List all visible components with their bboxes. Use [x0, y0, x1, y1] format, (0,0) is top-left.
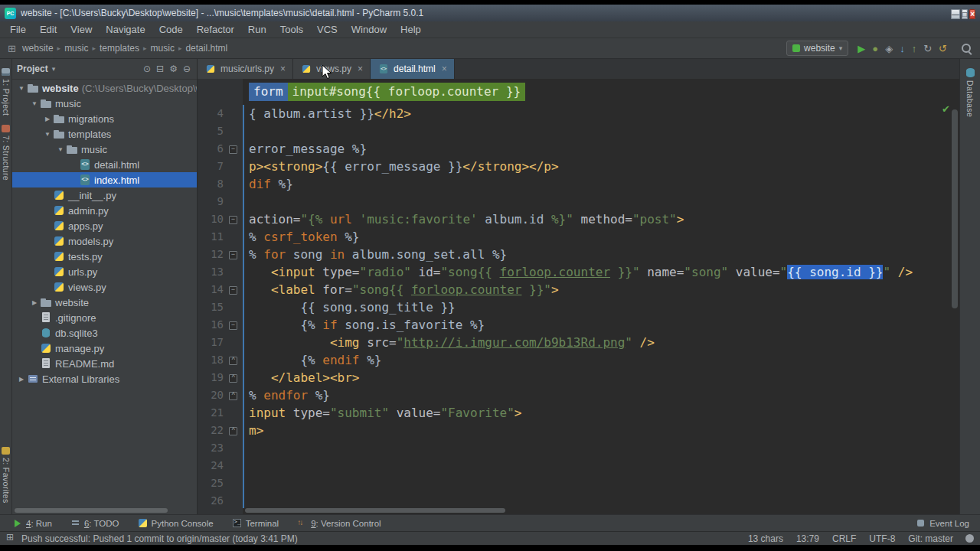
fold-start-icon[interactable]: −: [224, 246, 243, 263]
code-line[interactable]: 21input type="submit" value="Favorite">: [198, 404, 959, 422]
tool-button-4-run[interactable]: 4: Run: [12, 518, 52, 528]
tab-views-py[interactable]: views.py×: [293, 59, 371, 79]
coverage-icon[interactable]: ◈: [885, 44, 893, 54]
fold-start-icon[interactable]: −: [224, 316, 243, 334]
revert-icon[interactable]: ↺: [939, 44, 947, 54]
editor[interactable]: 4{ album.artist }}</h2>56−error_message …: [198, 79, 959, 514]
tree-item-init-py[interactable]: __init__.py: [12, 187, 197, 203]
tree-expand-icon[interactable]: ▶: [30, 299, 39, 306]
tree-item-external-libraries[interactable]: ▶External Libraries: [12, 371, 197, 386]
editor-vertical-scrollbar[interactable]: [952, 109, 958, 308]
code-line[interactable]: 22^m>: [198, 422, 959, 439]
tree-collapse-icon[interactable]: ▼: [43, 131, 52, 138]
tree-item-readme-md[interactable]: README.md: [12, 356, 197, 371]
fold-start-icon[interactable]: −: [224, 281, 243, 298]
tool-button-7-structure[interactable]: 7: Structure: [2, 125, 11, 181]
tree-collapse-icon[interactable]: ▼: [17, 85, 26, 92]
code-line[interactable]: 5: [198, 122, 959, 140]
close-button[interactable]: ×: [969, 9, 975, 19]
breadcrumb-item-detail-html[interactable]: detail.html: [185, 43, 227, 54]
code-line[interactable]: 17 <img src="http://i.imgur.com/b9b13Rd.…: [198, 334, 959, 351]
menu-item-tools[interactable]: Tools: [273, 22, 310, 37]
code-line[interactable]: 24: [198, 457, 959, 474]
code-line[interactable]: 16− {% if song.is_favorite %}: [198, 316, 959, 334]
status-crlf[interactable]: CRLF: [832, 533, 856, 544]
tree-item-music[interactable]: ▼music: [12, 96, 197, 111]
history-icon[interactable]: ↻: [923, 44, 932, 54]
maximize-button[interactable]: □: [962, 9, 968, 19]
collapse-all-icon[interactable]: ⊟: [156, 64, 164, 73]
code-line[interactable]: 19^ </label><br>: [198, 369, 959, 386]
tree-item-manage-py[interactable]: manage.py: [12, 341, 197, 356]
minimize-button[interactable]: —: [951, 9, 960, 19]
tool-button-6-todo[interactable]: 6: TODO: [70, 518, 119, 528]
tab-music-urls-py[interactable]: music/urls.py×: [198, 59, 293, 79]
tree-collapse-icon[interactable]: ▼: [56, 146, 65, 153]
run-icon[interactable]: ▶: [858, 44, 865, 54]
code-line[interactable]: 14− <label for="song{{ forloop.counter }…: [198, 281, 959, 298]
menu-item-run[interactable]: Run: [241, 22, 273, 37]
status-git-master[interactable]: Git: master: [908, 533, 953, 544]
breadcrumb-item-music[interactable]: music: [64, 43, 88, 54]
tree-item-admin-py[interactable]: admin.py: [12, 203, 197, 218]
project-horizontal-scrollbar[interactable]: [15, 508, 168, 513]
tree-item-website[interactable]: ▶website: [12, 295, 197, 310]
menu-item-edit[interactable]: Edit: [33, 22, 64, 37]
fold-end-icon[interactable]: ^: [224, 351, 243, 369]
fold-end-icon[interactable]: ^: [224, 386, 243, 404]
inspector-icon[interactable]: [965, 534, 974, 543]
code-line[interactable]: 13 <input type="radio" id="song{{ forloo…: [198, 263, 959, 281]
run-config-select[interactable]: website ▾: [786, 41, 848, 56]
breadcrumb-item-templates[interactable]: templates: [100, 43, 139, 54]
menu-item-help[interactable]: Help: [394, 22, 428, 37]
update-project-icon[interactable]: ↓: [900, 44, 905, 54]
tree-item-models-py[interactable]: models.py: [12, 233, 197, 249]
inspection-status-icon[interactable]: ✔: [942, 103, 950, 115]
search-everywhere-icon[interactable]: [961, 43, 972, 54]
status-utf-8[interactable]: UTF-8: [869, 533, 895, 544]
code-line[interactable]: 18^ {% endif %}: [198, 351, 959, 369]
tree-item-templates[interactable]: ▼templates: [12, 126, 197, 142]
tree-item-apps-py[interactable]: apps.py: [12, 218, 197, 233]
code-line[interactable]: 20^% endfor %}: [198, 386, 959, 404]
fold-start-icon[interactable]: −: [224, 210, 243, 228]
menu-item-refactor[interactable]: Refactor: [190, 22, 241, 37]
tool-button-terminal[interactable]: Terminal: [232, 518, 279, 528]
fold-start-icon[interactable]: −: [224, 140, 243, 158]
tree-item-detail-html[interactable]: detail.html: [12, 157, 197, 172]
tree-collapse-icon[interactable]: ▼: [30, 100, 39, 107]
tree-item-db-sqlite3[interactable]: db.sqlite3: [12, 325, 197, 341]
chevron-down-icon[interactable]: ▾: [52, 65, 56, 73]
tool-button-python-console[interactable]: Python Console: [138, 518, 214, 528]
fold-end-icon[interactable]: ^: [224, 369, 243, 386]
close-tab-icon[interactable]: ×: [358, 64, 363, 74]
tree-expand-icon[interactable]: ▶: [17, 376, 26, 383]
menu-item-view[interactable]: View: [64, 22, 99, 37]
code-line[interactable]: 23: [198, 439, 959, 457]
status-13-79[interactable]: 13:79: [796, 533, 819, 544]
tree-item-gitignore[interactable]: .gitignore: [12, 310, 197, 325]
tree-item-website[interactable]: ▼website (C:\Users\Bucky\Desktop\w: [12, 80, 197, 96]
code-line[interactable]: 9: [198, 193, 959, 210]
editor-horizontal-scrollbar[interactable]: [245, 508, 505, 513]
menu-item-navigate[interactable]: Navigate: [99, 22, 152, 37]
menu-item-vcs[interactable]: VCS: [310, 22, 345, 37]
breadcrumb-item-music[interactable]: music: [151, 43, 175, 54]
code-line[interactable]: 7p><strong>{{ error_message }}</strong><…: [198, 158, 959, 175]
debug-icon[interactable]: ●: [872, 44, 878, 54]
tool-button-1-project[interactable]: 1: Project: [2, 68, 11, 116]
popup-highlighted-tag[interactable]: input#song{{ forloop.counter }}: [288, 83, 526, 101]
tool-button-2-favorites[interactable]: 2: Favorites: [2, 447, 11, 504]
code-line[interactable]: 11% csrf_token %}: [198, 228, 959, 246]
tree-expand-icon[interactable]: ▶: [43, 116, 52, 122]
code-line[interactable]: 25: [198, 474, 959, 492]
menu-item-code[interactable]: Code: [152, 22, 190, 37]
menu-item-file[interactable]: File: [3, 22, 33, 37]
tree-item-tests-py[interactable]: tests.py: [12, 249, 197, 264]
toolwindow-toggle-icon[interactable]: [6, 534, 15, 543]
close-tab-icon[interactable]: ×: [442, 64, 447, 74]
breadcrumb-item-website[interactable]: website: [22, 43, 54, 54]
code-area[interactable]: 4{ album.artist }}</h2>56−error_message …: [198, 79, 959, 514]
close-tab-icon[interactable]: ×: [280, 64, 286, 74]
popup-selected-tag[interactable]: form: [249, 83, 288, 101]
